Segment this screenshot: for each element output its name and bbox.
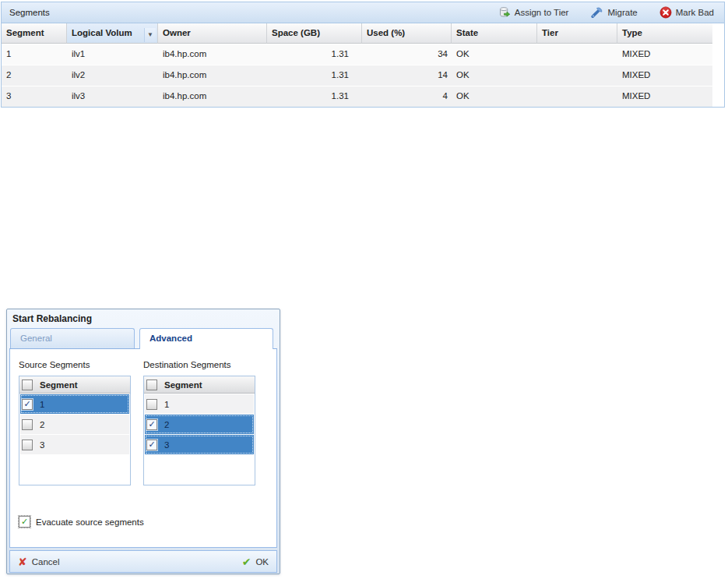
cell-logical-volume: ilv2	[67, 65, 158, 86]
ok-label: OK	[255, 557, 269, 567]
cell-state: OK	[452, 65, 537, 86]
list-item[interactable]: 2	[20, 415, 129, 434]
destination-segments-label: Destination Segments	[143, 360, 231, 369]
cell-tier	[537, 44, 617, 65]
cell-tier	[537, 86, 617, 107]
source-segments-label: Source Segments	[19, 360, 90, 369]
column-header-tier[interactable]: Tier	[537, 23, 617, 44]
advanced-tab-panel: Source Segments Destination Segments Seg…	[9, 349, 277, 548]
row-checkbox[interactable]	[146, 399, 157, 410]
cell-segment: 1	[2, 44, 67, 65]
cell-tier	[537, 65, 617, 86]
cell-logical-volume: ilv3	[67, 86, 158, 107]
column-header-logical-volume-label: Logical Volum	[72, 28, 132, 43]
select-all-checkbox[interactable]	[146, 380, 157, 390]
migrate-button[interactable]: Migrate	[588, 5, 639, 20]
column-header-type[interactable]: Type	[617, 23, 712, 44]
dialog-tabbar: General Advanced	[9, 328, 277, 349]
assign-to-tier-label: Assign to Tier	[515, 8, 569, 17]
screen: Segments Assign to Tier	[0, 0, 728, 579]
assign-to-tier-icon	[498, 6, 511, 19]
column-header-segment[interactable]: Segment	[2, 23, 67, 44]
list-item[interactable]: ✓ 3	[145, 435, 254, 454]
list-item[interactable]: ✓ 2	[145, 415, 254, 434]
row-label: 2	[40, 420, 44, 429]
destination-list-header-label: Segment	[164, 380, 202, 390]
cell-used: 4	[362, 86, 452, 107]
cancel-button[interactable]: ✘ Cancel	[18, 557, 60, 567]
cell-segment: 3	[2, 86, 67, 107]
column-header-used[interactable]: Used (%)	[362, 23, 452, 44]
row-checkbox[interactable]: ✓	[22, 399, 33, 410]
column-header-state[interactable]: State	[452, 23, 537, 44]
cell-owner: ib4.hp.com	[158, 65, 267, 86]
tab-general[interactable]: General	[10, 328, 135, 348]
column-header-logical-volume[interactable]: Logical Volum ▼	[67, 23, 158, 44]
destination-segments-list: Segment 1 ✓ 2 ✓ 3	[143, 376, 255, 485]
cell-space: 1.31	[267, 44, 362, 65]
mark-bad-button[interactable]: Mark Bad	[657, 5, 716, 20]
cell-used: 14	[362, 65, 452, 86]
cell-type: MIXED	[617, 65, 712, 86]
evacuate-source-segments-option[interactable]: ✓ Evacuate source segments	[19, 516, 144, 528]
cell-logical-volume: ilv1	[67, 44, 158, 65]
source-list-header-label: Segment	[40, 380, 78, 390]
row-label: 3	[164, 440, 169, 450]
row-label: 2	[164, 420, 169, 429]
source-list-header: Segment	[19, 376, 130, 394]
cell-segment: 2	[2, 65, 67, 86]
migrate-icon	[590, 6, 603, 19]
destination-list-header: Segment	[144, 376, 255, 394]
list-item[interactable]: 1	[145, 394, 254, 414]
source-segments-list: Segment ✓ 1 2 3	[19, 376, 131, 485]
cell-type: MIXED	[617, 44, 712, 65]
cancel-label: Cancel	[32, 557, 60, 567]
row-label: 1	[40, 400, 44, 409]
table-row[interactable]: 2 ilv2 ib4.hp.com 1.31 14 OK MIXED	[2, 65, 712, 86]
mark-bad-icon	[659, 6, 672, 19]
row-label: 1	[164, 400, 169, 409]
list-item[interactable]: 3	[20, 435, 129, 454]
cell-space: 1.31	[267, 86, 362, 107]
row-checkbox[interactable]	[22, 419, 33, 430]
panel-title: Segments	[9, 8, 50, 17]
column-menu-arrow-icon[interactable]: ▼	[144, 28, 156, 42]
grid-header-row: Segment Logical Volum ▼ Owner Space (GB)…	[2, 23, 712, 44]
row-checkbox[interactable]: ✓	[146, 419, 157, 430]
start-rebalancing-dialog: Start Rebalancing General Advanced Sourc…	[6, 309, 280, 574]
row-label: 3	[40, 440, 44, 450]
mark-bad-label: Mark Bad	[676, 8, 714, 17]
table-row[interactable]: 1 ilv1 ib4.hp.com 1.31 34 OK MIXED	[2, 44, 712, 65]
segments-grid: Segment Logical Volum ▼ Owner Space (GB)…	[2, 23, 712, 107]
ok-check-icon: ✔	[242, 557, 251, 567]
assign-to-tier-button[interactable]: Assign to Tier	[496, 5, 571, 20]
dialog-footer: ✘ Cancel ✔ OK	[9, 550, 277, 573]
column-header-space[interactable]: Space (GB)	[267, 23, 362, 44]
cell-state: OK	[452, 44, 537, 65]
cell-owner: ib4.hp.com	[158, 86, 267, 107]
dialog-title: Start Rebalancing	[9, 309, 277, 328]
cell-used: 34	[362, 44, 452, 65]
select-all-checkbox[interactable]	[22, 380, 33, 390]
migrate-label: Migrate	[607, 8, 637, 17]
list-item[interactable]: ✓ 1	[20, 394, 129, 414]
cell-space: 1.31	[267, 65, 362, 86]
evacuate-label: Evacuate source segments	[36, 517, 144, 527]
column-header-owner[interactable]: Owner	[158, 23, 267, 44]
cell-state: OK	[452, 86, 537, 107]
cancel-x-icon: ✘	[18, 557, 27, 567]
evacuate-checkbox[interactable]: ✓	[19, 516, 30, 528]
ok-button[interactable]: ✔ OK	[242, 557, 269, 567]
segments-panel: Segments Assign to Tier	[1, 2, 725, 108]
cell-type: MIXED	[617, 86, 712, 107]
cell-owner: ib4.hp.com	[158, 44, 267, 65]
row-checkbox[interactable]	[22, 440, 33, 450]
row-checkbox[interactable]: ✓	[146, 440, 157, 450]
table-row[interactable]: 3 ilv3 ib4.hp.com 1.31 4 OK MIXED	[2, 86, 712, 107]
segments-toolbar: Segments Assign to Tier	[2, 2, 724, 23]
tab-advanced[interactable]: Advanced	[139, 328, 273, 349]
